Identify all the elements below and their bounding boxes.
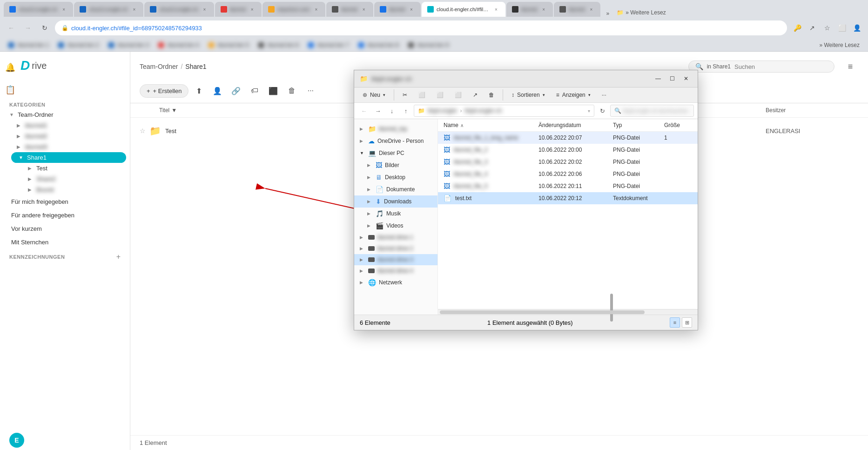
dialog-tree-drive-2[interactable]: ▶ blurred drive 2 [354,243,437,254]
close-button[interactable]: ✕ [680,74,692,83]
dialog-tree-onedrive[interactable]: ▶ ☁ OneDrive - Person [354,135,437,147]
more-tabs[interactable]: » [603,10,612,17]
dialog-tree-dokumente[interactable]: ▶ 📄 Dokumente [354,183,437,195]
tab-close-3[interactable]: × [201,6,209,13]
files-col-date[interactable]: Änderungsdatum [538,122,613,128]
copy-files-button[interactable]: ⬜ [414,90,430,100]
dialog-tree-drive-1[interactable]: ▶ blurred drive 1 [354,232,437,243]
tab-close-10[interactable]: × [587,6,595,13]
test-item[interactable]: ▶ Test [19,163,126,174]
dialog-tree-bilder[interactable]: ▶ 🖼 Bilder [354,159,437,171]
dialog-tree-desktop[interactable]: ▶ 🖥 Desktop [354,171,437,183]
bookmark-7[interactable]: blurred bm 7 [304,41,352,49]
path-dropdown-arrow[interactable]: ▾ [588,108,590,114]
back-button[interactable]: ← [5,21,18,34]
dialog-tree-dieser-pc[interactable]: ▼ 💻 Dieser PC [354,147,437,159]
tab-9[interactable]: blurred × [506,2,553,17]
dialog-file-row-4[interactable]: 🖼 blurred_file_4 10.06.2022 20:06 PNG-Da… [438,168,698,180]
user-avatar[interactable]: E [9,433,24,448]
files-col-type[interactable]: Typ [613,122,664,128]
tab-4[interactable]: blurred × [215,2,262,17]
tab-10[interactable]: blurred × [554,2,600,17]
horizontal-scrollbar[interactable] [438,309,698,315]
dialog-back-btn[interactable]: ← [358,105,370,117]
bell-icon-btn[interactable]: 🔔 [2,59,19,76]
link-button[interactable]: 🔗 [228,82,244,99]
star-test[interactable]: ☆ [140,127,146,134]
dialog-file-row-2[interactable]: 🖼 blurred_file_2 10.06.2022 20:00 PNG-Da… [438,144,698,156]
dialog-tree-item-blurred-top[interactable]: ▶ 📁 blurred_top [354,123,437,135]
section-link-freigegeben-mich[interactable]: Für mich freigegeben [2,195,128,208]
files-col-size[interactable]: Größe [664,122,692,128]
address-bar[interactable]: 🔒 cloud.it-engler.ch/#file_id=6897502485… [55,20,787,35]
tab-close-2[interactable]: × [130,6,138,13]
upload-button[interactable]: ⬆ [190,82,207,99]
list-view-btn[interactable]: ≡ [670,317,680,328]
kennzeichnungen-add-btn[interactable]: + [116,253,121,261]
dialog-forward-btn[interactable]: → [372,105,384,117]
dialog-refresh-btn[interactable]: ↻ [596,105,608,117]
bookmark-9[interactable]: blurred bm 9 [404,41,452,49]
section-link-mit-sternchen[interactable]: Mit Sternchen [2,235,128,249]
team-ordner-item[interactable]: ▼ Team-Ordner [4,109,126,120]
dialog-tree-drive-3[interactable]: ▶ blurred drive 3 [354,254,437,265]
minimize-button[interactable]: — [652,74,664,83]
more-options-button[interactable]: ··· [597,90,611,100]
tab-close-6[interactable]: × [360,6,368,13]
view-button[interactable]: ≡ Anzeigen ▾ [552,90,595,100]
maximize-button[interactable]: ☐ [666,74,678,83]
more-button[interactable]: ··· [302,82,319,99]
tab-1[interactable]: cloud.it-engler.ch × [4,2,73,17]
search-input[interactable] [734,63,828,70]
bookmark-1[interactable]: blurred bm 1 [5,41,53,49]
bookmark-4[interactable]: blurred bm 4 [155,41,202,49]
dialog-file-row-1[interactable]: 🖼 blurred_file_1_long_name 10.06.2022 20… [438,132,698,144]
list-view-btn[interactable]: ≡ [842,58,859,75]
share-user-button[interactable]: 👤 [209,82,226,99]
dialog-up-btn[interactable]: ↓ [386,105,398,117]
dialog-file-row-6[interactable]: 📄 test.txt 10.06.2022 20:12 Textdokument [438,192,698,204]
share1-item[interactable]: ▼ Share1 [11,152,126,163]
bookmark-6[interactable]: blurred bm 6 [255,41,303,49]
search-bar[interactable]: 🔍 in Share1 [688,60,834,73]
copy-button[interactable]: ⬛ [265,82,282,99]
section-link-freigegeben-andere[interactable]: Für andere freigegeben [2,208,128,222]
bookmark-3[interactable]: blurred bm 3 [105,41,153,49]
bookmarks-more[interactable]: » Weitere Lesez [816,41,864,49]
cut-button[interactable]: ✂ [398,90,412,100]
files-col-name[interactable]: Name ∧ [444,122,538,128]
tab-close-5[interactable]: × [312,6,320,13]
tab-7[interactable]: blurred × [374,2,421,17]
bookmark-2[interactable]: blurred bm 2 [54,41,102,49]
rename-button[interactable]: ⬜ [450,90,466,100]
tab-close-1[interactable]: × [60,6,67,13]
bound-item[interactable]: ▶ Bound [19,184,126,195]
create-button[interactable]: + + Erstellen [140,84,188,98]
tag-button[interactable]: 🏷 [246,82,263,99]
tab-close-4[interactable]: × [249,6,256,13]
sub-item-1[interactable]: ▶ blurred1 [11,120,126,131]
tab-close-8[interactable]: × [492,6,500,13]
new-button[interactable]: ⊕ Neu ▾ [358,90,390,100]
sub-item-3[interactable]: ▶ blurred3 [11,141,126,152]
section-link-vor-kurzem[interactable]: Vor kurzem [2,222,128,235]
tab-2[interactable]: cloud.it-engler.ch × [74,2,143,17]
dialog-file-row-3[interactable]: 🖼 blurred_file_3 10.06.2022 20:02 PNG-Da… [438,156,698,168]
dialog-tree-netzwerk[interactable]: ▶ 🌐 Netzwerk [354,276,437,289]
tab-8[interactable]: cloud.it-engler.ch/#file_id=689750248576… [422,2,505,17]
dialog-path-bar[interactable]: 📁 fetpit-engler › fetpit-engler-ch ▾ [414,105,594,117]
dialog-tree-downloads[interactable]: ▶ ⬇ Downloads [354,195,437,208]
trash-button[interactable]: 🗑 [484,90,499,100]
tab-3[interactable]: cloud.it-engler.ch × [144,2,214,17]
delete-button[interactable]: 🗑 [283,82,300,99]
key-icon[interactable]: 🔑 [791,21,804,34]
dialog-tree-videos[interactable]: ▶ 🎬 Videos [354,220,437,232]
paste-button[interactable]: ⬜ [432,90,448,100]
bookmark-folder-btn[interactable]: 📁 » Weitere Lesez [613,8,670,17]
profile-icon[interactable]: 👤 [850,21,863,34]
share2-item[interactable]: ▶ Share2 [19,174,126,184]
breadcrumb-parent[interactable]: Team-Ordner [140,63,178,70]
sub-item-2[interactable]: ▶ blurred2 [11,131,126,141]
doc-icon-btn[interactable]: 📋 [2,81,19,98]
dialog-tree-musik[interactable]: ▶ 🎵 Musik [354,208,437,220]
